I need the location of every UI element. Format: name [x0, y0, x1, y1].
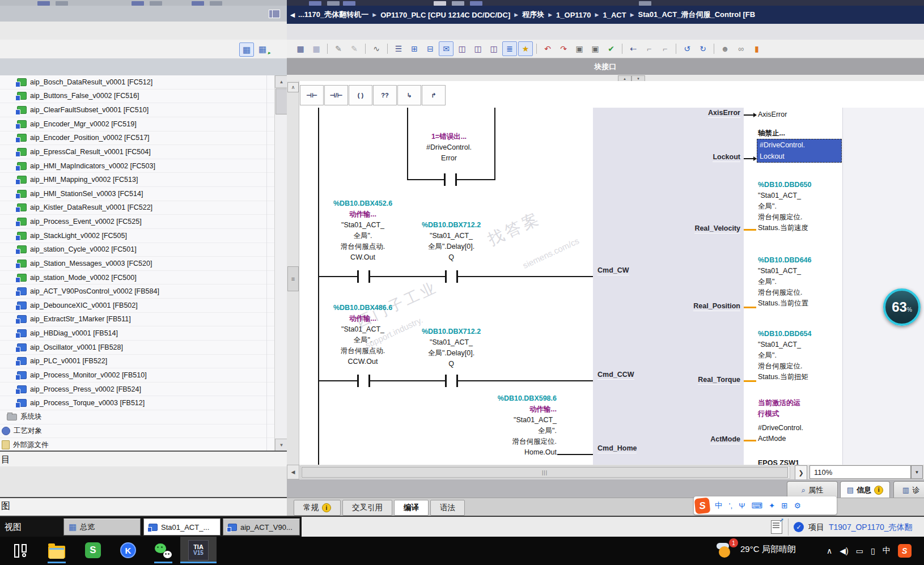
operand-real-position[interactable]: %DB10.DBD646 "Sta01_ACT_ 全局". 滑台伺服定位. St… — [758, 255, 844, 309]
goto-next-icon[interactable]: ⌐ — [658, 41, 672, 56]
overview-button[interactable]: ▦ 总览 — [63, 519, 141, 536]
absolute-operands-icon[interactable]: ≣ — [502, 41, 517, 56]
collapsed-tab-diagram[interactable]: 图 — [0, 497, 287, 517]
tree-item[interactable]: 系统块 — [0, 410, 274, 424]
tree-item[interactable]: aip_Kistler_DataResult_v0001 [FC522] — [0, 201, 274, 215]
fb-input-cmd-ccw[interactable]: Cmd_CCW — [597, 371, 634, 379]
scroll-up-button[interactable]: ▲ — [275, 75, 288, 88]
volume-icon[interactable]: ◀) — [840, 546, 848, 555]
network-display-icon[interactable]: ▭ — [856, 546, 863, 555]
consistency-check-icon[interactable]: ✔ — [604, 41, 618, 56]
operand-ccw-out[interactable]: %DB10.DBX486.6 动作输... "Sta01_ACT_ 全局". 滑… — [312, 303, 414, 367]
delete-network-icon[interactable]: ▦ — [309, 41, 324, 56]
tab-general[interactable]: 常规 i — [294, 500, 341, 516]
plug-icon[interactable]: ∿ — [369, 41, 384, 56]
tree-item[interactable]: aip_Oscillator_v0001 [FB528] — [0, 341, 274, 355]
pane-splitter[interactable]: ∧ ≡ — [287, 81, 299, 465]
fb-output-actmode[interactable]: ActMode — [710, 435, 740, 443]
fb-output-real-position[interactable]: Real_Position — [693, 302, 740, 310]
properties-icon[interactable]: ✎ — [347, 41, 362, 56]
operand-axiserror[interactable]: AxisError — [758, 109, 844, 120]
open-in-editor-icon[interactable]: ▦ ▸ — [256, 43, 269, 56]
tree-item[interactable]: aip_Process_Monitor_v0002 [FB510] — [0, 368, 274, 383]
progress-ball[interactable]: 63 % — [883, 288, 921, 326]
breadcrumb-link[interactable]: 1_OP1170 — [556, 11, 591, 19]
toolbar-icon[interactable] — [387, 44, 388, 54]
fb-input-cmd-home[interactable]: Cmd_Home — [597, 444, 637, 452]
k-app-icon[interactable]: K — [119, 541, 137, 559]
sogou-tray-icon[interactable]: S — [898, 544, 912, 558]
tree-item[interactable]: aip_Process_Press_v0002 [FB524] — [0, 383, 274, 397]
tree-item[interactable]: aip_Process_Torque_v0003 [FB512] — [0, 396, 274, 410]
scroll-thumb[interactable] — [275, 88, 287, 114]
scroll-left-button[interactable]: ◀ — [287, 465, 299, 479]
rename-icon[interactable]: ✎ — [331, 41, 346, 56]
monitor-off-icon[interactable]: ↶ — [540, 41, 555, 56]
sync-back-icon[interactable]: ↺ — [680, 41, 694, 56]
editor-tab-sta01-act[interactable]: Sta01_ACT_... — [143, 519, 221, 536]
load-snapshot-icon[interactable]: ▣ — [588, 41, 603, 56]
zoom-level-select[interactable]: 110% — [809, 465, 911, 479]
contact-ccw-out[interactable] — [357, 375, 359, 387]
tab-diagnostics[interactable]: ▥ 诊 — [893, 481, 924, 498]
tree-item[interactable]: aip_ClearFaultSubset_v0001 [FC510] — [0, 103, 274, 117]
empty-box-button[interactable]: ?? — [373, 85, 397, 105]
operand-home-out[interactable]: %DB10.DBX598.6 动作输... "Sta01_ACT_ 全局". 滑… — [446, 393, 557, 458]
lad-network-canvas[interactable]: 找答案 siemens.com/cs 西门子工业 support.industr… — [299, 108, 924, 465]
snapshot-icon[interactable]: ▣ — [572, 41, 587, 56]
goto-prev-icon[interactable]: ⇠ — [626, 41, 641, 56]
collapse-networks-icon[interactable]: ⊟ — [423, 41, 438, 56]
tree-item[interactable]: aip_ExtractStr_1Marker [FB511] — [0, 313, 274, 327]
expand-networks-icon[interactable]: ⊞ — [407, 41, 422, 56]
contact-delay-q[interactable] — [445, 375, 447, 387]
tree-item[interactable]: aip_DebounceXIC_v0001 [FB502] — [0, 299, 274, 313]
split-editor-icon[interactable] — [771, 520, 782, 534]
fb-output-real-velocity[interactable]: Real_Velocity — [694, 224, 740, 232]
tree-item[interactable]: aip_EpressCal_Result_v0001 [FC504] — [0, 145, 274, 159]
toolbar-icon[interactable] — [622, 44, 622, 54]
toolbox-icon[interactable]: ⊞ — [781, 501, 787, 510]
operand-actmode[interactable]: 当前激活的运 行模式 #DriveControl. ActMode — [758, 398, 844, 444]
fb-input-cmd-cw[interactable]: Cmd_CW — [597, 266, 629, 274]
breadcrumb-link[interactable]: OP1170_PLC [CPU 1214C DC/DC/DC] — [380, 11, 510, 19]
scroll-down-button[interactable]: ▼ — [275, 439, 288, 451]
breadcrumb-link[interactable]: 程序块 — [522, 10, 544, 20]
insert-box-icon[interactable]: ◫ — [455, 41, 469, 56]
insert-multi-box-icon[interactable]: ◫ — [471, 41, 485, 56]
tree-item[interactable]: aip_PLC_v0001 [FB522] — [0, 355, 274, 369]
tab-syntax[interactable]: 语法 — [430, 500, 465, 516]
zoom-dropdown-caret-icon[interactable]: ▼ — [911, 465, 923, 479]
scroll-right-button[interactable]: ❯ — [795, 465, 807, 480]
close-branch-button[interactable]: ↱ — [422, 85, 446, 105]
punctuation-icon[interactable]: ’, — [729, 502, 733, 510]
splitter-grip[interactable]: ≡ — [287, 266, 299, 291]
toolbar-icon[interactable] — [676, 44, 676, 54]
scroll-thumb[interactable]: ||| — [302, 467, 788, 478]
weather-text[interactable]: 29°C 局部晴朗 — [740, 544, 796, 555]
insert-network-icon[interactable]: ▦ — [293, 41, 308, 56]
align-icon[interactable]: ☰ — [391, 41, 406, 56]
tree-item[interactable]: aip_HMI_StationSel_v0003 [FC514] — [0, 187, 274, 201]
tree-item[interactable]: aip_Encoder_Position_v0002 [FC517] — [0, 131, 274, 146]
no-contact-button[interactable]: ⊣⊢ — [300, 85, 324, 105]
operand-cw-out[interactable]: %DB10.DBX452.6 动作输... "Sta01_ACT_ 全局". 滑… — [312, 198, 414, 263]
operand-lockout-selected[interactable]: #DriveControl. Lockout — [757, 139, 842, 163]
tab-properties[interactable]: ⌕ 属性 — [787, 481, 838, 498]
fb-call-block[interactable]: Cmd_CW Cmd_CCW Cmd_Home AxisError Lockou… — [593, 108, 744, 465]
collapse-sidebar-icon[interactable]: ◀ — [287, 11, 298, 19]
tree-item[interactable]: aip_Bosch_DataResult_v0001 [FC512] — [0, 75, 274, 90]
operand-error[interactable]: 1=错误出... #DriveControl. Error — [398, 131, 500, 164]
fb-output-axiserror[interactable]: AxisError — [708, 109, 740, 117]
splitter-collapse-button[interactable]: ∧ — [287, 82, 299, 92]
soft-keyboard-icon[interactable]: ⌨ — [752, 501, 763, 510]
tray-expand-icon[interactable]: ∧ — [826, 546, 832, 555]
tree-item[interactable]: aip_Encoder_Mgr_v0002 [FC519] — [0, 117, 274, 131]
breadcrumb-link[interactable]: Sta01_ACT_滑台伺服_Control [FB — [638, 10, 756, 20]
fb-output-real-torque[interactable]: Real_Torque — [698, 376, 740, 384]
panel-layout-icon[interactable] — [269, 10, 280, 18]
contact-error[interactable] — [444, 173, 446, 186]
tree-item[interactable]: aip_station_Mode_v0002 [FC500] — [0, 271, 274, 285]
mic-icon[interactable]: Ψ — [739, 502, 745, 510]
toolbar-icon[interactable] — [327, 44, 328, 54]
tree-item[interactable]: aip_station_Cycle_v0002 [FC501] — [0, 243, 274, 257]
